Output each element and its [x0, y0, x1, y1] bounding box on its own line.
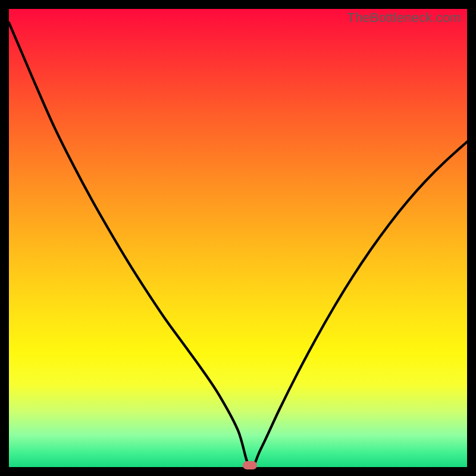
bottleneck-curve: [9, 9, 467, 467]
plot-area: TheBottleneck.com: [9, 9, 467, 467]
minimum-marker: [243, 461, 257, 469]
chart-frame: TheBottleneck.com: [0, 0, 476, 476]
